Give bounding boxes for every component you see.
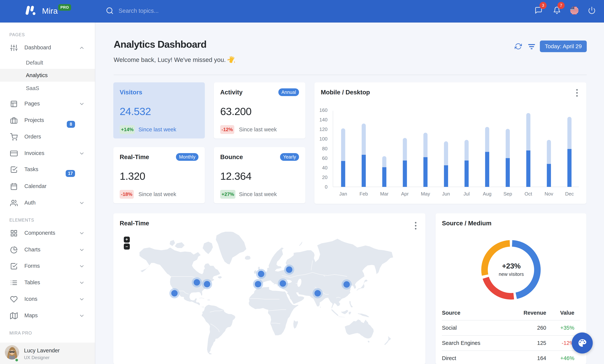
svg-text:Jun: Jun	[442, 191, 450, 197]
svg-text:40: 40	[322, 165, 327, 171]
svg-text:Nov: Nov	[544, 191, 553, 197]
svg-text:Apr: Apr	[401, 191, 409, 197]
svg-text:20: 20	[322, 175, 327, 180]
svg-text:160: 160	[319, 107, 327, 113]
svg-text:Jul: Jul	[464, 191, 470, 197]
svg-text:May: May	[421, 191, 430, 197]
svg-text:Aug: Aug	[483, 191, 491, 197]
svg-text:100: 100	[319, 136, 327, 142]
svg-text:Sep: Sep	[503, 191, 512, 197]
svg-text:60: 60	[322, 155, 327, 161]
svg-text:Oct: Oct	[525, 191, 532, 197]
svg-text:140: 140	[319, 117, 327, 123]
svg-text:120: 120	[319, 126, 327, 132]
svg-text:0: 0	[325, 184, 327, 190]
svg-text:80: 80	[322, 146, 327, 151]
svg-text:Jan: Jan	[339, 191, 347, 197]
svg-text:Dec: Dec	[565, 191, 574, 197]
svg-text:Feb: Feb	[360, 191, 368, 197]
svg-text:Mar: Mar	[380, 191, 389, 197]
